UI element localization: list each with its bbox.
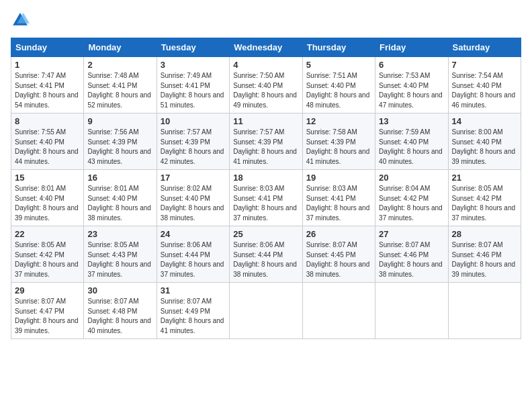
day-number: 2 [87,60,152,70]
calendar-header-monday: Monday [84,38,157,57]
day-info: Sunrise: 7:49 AMSunset: 4:41 PMDaylight:… [161,71,226,110]
calendar-cell [230,283,302,339]
day-info: Sunrise: 7:56 AMSunset: 4:39 PMDaylight:… [87,128,152,167]
calendar-cell: 29 Sunrise: 8:07 AMSunset: 4:47 PMDaylig… [11,283,84,339]
calendar-cell: 2 Sunrise: 7:48 AMSunset: 4:41 PMDayligh… [84,57,157,113]
calendar-cell: 24 Sunrise: 8:06 AMSunset: 4:44 PMDaylig… [157,226,229,283]
day-number: 6 [379,60,444,70]
day-info: Sunrise: 7:54 AMSunset: 4:40 PMDaylight:… [452,71,517,110]
day-info: Sunrise: 8:04 AMSunset: 4:42 PMDaylight:… [379,184,444,223]
day-number: 7 [452,60,517,70]
day-info: Sunrise: 8:07 AMSunset: 4:48 PMDaylight:… [87,297,152,336]
calendar-header-wednesday: Wednesday [230,38,302,57]
logo [11,11,32,30]
calendar-cell: 27 Sunrise: 8:07 AMSunset: 4:46 PMDaylig… [375,226,448,283]
calendar-cell: 8 Sunrise: 7:55 AMSunset: 4:40 PMDayligh… [11,113,84,170]
calendar-cell: 6 Sunrise: 7:53 AMSunset: 4:40 PMDayligh… [375,57,448,113]
calendar-cell: 31 Sunrise: 8:07 AMSunset: 4:49 PMDaylig… [157,283,229,339]
calendar-header-thursday: Thursday [302,38,375,57]
day-info: Sunrise: 8:07 AMSunset: 4:49 PMDaylight:… [161,297,226,336]
calendar-cell: 16 Sunrise: 8:01 AMSunset: 4:40 PMDaylig… [84,170,157,226]
day-info: Sunrise: 8:01 AMSunset: 4:40 PMDaylight:… [87,184,152,223]
calendar-cell: 22 Sunrise: 8:05 AMSunset: 4:42 PMDaylig… [11,226,84,283]
day-number: 3 [161,60,226,70]
calendar-cell [302,283,375,339]
day-info: Sunrise: 8:01 AMSunset: 4:40 PMDaylight:… [15,184,80,223]
day-info: Sunrise: 7:57 AMSunset: 4:39 PMDaylight:… [161,128,226,167]
day-info: Sunrise: 8:06 AMSunset: 4:44 PMDaylight:… [161,240,226,279]
calendar-table: SundayMondayTuesdayWednesdayThursdayFrid… [11,38,521,339]
calendar-cell: 26 Sunrise: 8:07 AMSunset: 4:45 PMDaylig… [302,226,375,283]
calendar-cell [448,283,521,339]
day-number: 8 [15,116,80,126]
calendar-cell: 17 Sunrise: 8:02 AMSunset: 4:40 PMDaylig… [157,170,229,226]
day-info: Sunrise: 8:02 AMSunset: 4:40 PMDaylight:… [161,184,226,223]
day-number: 4 [233,60,298,70]
calendar-cell [375,283,448,339]
calendar-cell: 28 Sunrise: 8:07 AMSunset: 4:46 PMDaylig… [448,226,521,283]
day-number: 29 [15,285,80,295]
day-info: Sunrise: 8:03 AMSunset: 4:41 PMDaylight:… [306,184,371,223]
day-number: 23 [87,229,152,239]
calendar-cell: 3 Sunrise: 7:49 AMSunset: 4:41 PMDayligh… [157,57,229,113]
calendar-cell: 1 Sunrise: 7:47 AMSunset: 4:41 PMDayligh… [11,57,84,113]
calendar-cell: 20 Sunrise: 8:04 AMSunset: 4:42 PMDaylig… [375,170,448,226]
day-number: 12 [306,116,371,126]
calendar-cell: 5 Sunrise: 7:51 AMSunset: 4:40 PMDayligh… [302,57,375,113]
day-number: 21 [452,173,517,183]
calendar-cell: 4 Sunrise: 7:50 AMSunset: 4:40 PMDayligh… [230,57,302,113]
calendar-cell: 21 Sunrise: 8:05 AMSunset: 4:42 PMDaylig… [448,170,521,226]
day-number: 19 [306,173,371,183]
calendar-cell: 25 Sunrise: 8:06 AMSunset: 4:44 PMDaylig… [230,226,302,283]
day-info: Sunrise: 8:07 AMSunset: 4:46 PMDaylight:… [452,240,517,279]
calendar-cell: 12 Sunrise: 7:58 AMSunset: 4:39 PMDaylig… [302,113,375,170]
day-info: Sunrise: 7:50 AMSunset: 4:40 PMDaylight:… [233,71,298,110]
day-number: 25 [233,229,298,239]
calendar-cell: 10 Sunrise: 7:57 AMSunset: 4:39 PMDaylig… [157,113,229,170]
day-info: Sunrise: 7:57 AMSunset: 4:39 PMDaylight:… [233,128,298,167]
day-number: 18 [233,173,298,183]
day-info: Sunrise: 7:53 AMSunset: 4:40 PMDaylight:… [379,71,444,110]
day-number: 26 [306,229,371,239]
day-number: 27 [379,229,444,239]
calendar-header-tuesday: Tuesday [157,38,229,57]
day-number: 30 [87,285,152,295]
day-number: 10 [161,116,226,126]
day-number: 5 [306,60,371,70]
day-info: Sunrise: 7:47 AMSunset: 4:41 PMDaylight:… [15,71,80,110]
calendar-cell: 19 Sunrise: 8:03 AMSunset: 4:41 PMDaylig… [302,170,375,226]
calendar-cell: 7 Sunrise: 7:54 AMSunset: 4:40 PMDayligh… [448,57,521,113]
day-info: Sunrise: 8:03 AMSunset: 4:41 PMDaylight:… [233,184,298,223]
day-info: Sunrise: 8:07 AMSunset: 4:46 PMDaylight:… [379,240,444,279]
day-info: Sunrise: 8:05 AMSunset: 4:42 PMDaylight:… [452,184,517,223]
day-number: 9 [87,116,152,126]
day-info: Sunrise: 7:59 AMSunset: 4:40 PMDaylight:… [379,128,444,167]
calendar-cell: 15 Sunrise: 8:01 AMSunset: 4:40 PMDaylig… [11,170,84,226]
day-number: 11 [233,116,298,126]
day-info: Sunrise: 8:07 AMSunset: 4:45 PMDaylight:… [306,240,371,279]
day-number: 1 [15,60,80,70]
calendar-cell: 23 Sunrise: 8:05 AMSunset: 4:43 PMDaylig… [84,226,157,283]
calendar-header-sunday: Sunday [11,38,84,57]
day-info: Sunrise: 7:58 AMSunset: 4:39 PMDaylight:… [306,128,371,167]
day-number: 16 [87,173,152,183]
day-info: Sunrise: 8:07 AMSunset: 4:47 PMDaylight:… [15,297,80,336]
day-number: 17 [161,173,226,183]
calendar-header-friday: Friday [375,38,448,57]
day-number: 22 [15,229,80,239]
page-header [11,11,521,30]
day-number: 24 [161,229,226,239]
day-info: Sunrise: 7:51 AMSunset: 4:40 PMDaylight:… [306,71,371,110]
calendar-cell: 9 Sunrise: 7:56 AMSunset: 4:39 PMDayligh… [84,113,157,170]
day-info: Sunrise: 7:55 AMSunset: 4:40 PMDaylight:… [15,128,80,167]
day-number: 15 [15,173,80,183]
calendar-cell: 13 Sunrise: 7:59 AMSunset: 4:40 PMDaylig… [375,113,448,170]
day-info: Sunrise: 8:00 AMSunset: 4:40 PMDaylight:… [452,128,517,167]
day-number: 31 [161,285,226,295]
day-number: 14 [452,116,517,126]
calendar-cell: 18 Sunrise: 8:03 AMSunset: 4:41 PMDaylig… [230,170,302,226]
logo-icon [11,11,30,30]
calendar-cell: 11 Sunrise: 7:57 AMSunset: 4:39 PMDaylig… [230,113,302,170]
day-number: 20 [379,173,444,183]
day-number: 28 [452,229,517,239]
